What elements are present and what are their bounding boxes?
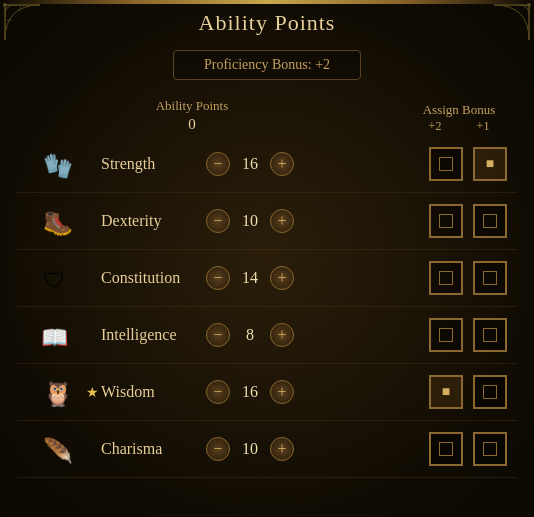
ability-row-dexterity: 🥾 Dexterity − 10 +: [17, 193, 517, 250]
wisdom-plus-button[interactable]: +: [270, 380, 294, 404]
wisdom-value: 16: [236, 383, 264, 401]
intelligence-value: 8: [236, 326, 264, 344]
intelligence-minus-button[interactable]: −: [206, 323, 230, 347]
svg-text:🥾: 🥾: [43, 208, 73, 237]
wisdom-minus-button[interactable]: −: [206, 380, 230, 404]
dexterity-value: 10: [236, 212, 264, 230]
ability-row-wisdom: 🦉 ★ Wisdom − 16 +: [17, 364, 517, 421]
svg-text:🛡: 🛡: [43, 268, 65, 293]
proficiency-bonus: Proficiency Bonus: +2: [173, 50, 361, 80]
intelligence-bonus-plus1-checkbox[interactable]: [473, 318, 507, 352]
strength-name: Strength: [101, 155, 206, 173]
svg-point-0: [3, 3, 7, 7]
charisma-icon: 🪶: [31, 426, 83, 472]
strength-value: 16: [236, 155, 264, 173]
strength-plus-button[interactable]: +: [270, 152, 294, 176]
ability-row-intelligence: 📖 Intelligence − 8 +: [17, 307, 517, 364]
ability-row-constitution: 🛡 Constitution − 14 +: [17, 250, 517, 307]
ability-row-charisma: 🪶 Charisma − 10 +: [17, 421, 517, 478]
wisdom-name: Wisdom: [101, 383, 206, 401]
strength-minus-button[interactable]: −: [206, 152, 230, 176]
strength-icon: 🧤: [31, 141, 83, 187]
dexterity-name: Dexterity: [101, 212, 206, 230]
charisma-bonus-plus1-checkbox[interactable]: [473, 432, 507, 466]
column-headers: Ability Points 0 Assign Bonus +2 +1: [22, 98, 512, 134]
charisma-value: 10: [236, 440, 264, 458]
wisdom-star: ★: [83, 384, 101, 401]
svg-text:📖: 📖: [41, 324, 69, 351]
intelligence-icon: 📖: [31, 312, 83, 358]
constitution-name: Constitution: [101, 269, 206, 287]
intelligence-bonus-cells: [429, 318, 507, 352]
charisma-minus-button[interactable]: −: [206, 437, 230, 461]
strength-bonus-plus2-checkbox[interactable]: [429, 147, 463, 181]
strength-controls: − 16 +: [206, 152, 306, 176]
wisdom-bonus-plus1-checkbox[interactable]: [473, 375, 507, 409]
ability-row-strength: 🧤 Strength − 16 +: [17, 136, 517, 193]
wisdom-bonus-plus2-checkbox[interactable]: [429, 375, 463, 409]
constitution-controls: − 14 +: [206, 266, 306, 290]
constitution-minus-button[interactable]: −: [206, 266, 230, 290]
constitution-icon: 🛡: [31, 255, 83, 301]
svg-text:🧤: 🧤: [43, 151, 73, 180]
wisdom-controls: − 16 +: [206, 380, 306, 404]
intelligence-plus-button[interactable]: +: [270, 323, 294, 347]
charisma-name: Charisma: [101, 440, 206, 458]
wisdom-icon: 🦉: [31, 369, 83, 415]
charisma-controls: − 10 +: [206, 437, 306, 461]
dexterity-bonus-plus2-checkbox[interactable]: [429, 204, 463, 238]
intelligence-controls: − 8 +: [206, 323, 306, 347]
charisma-bonus-cells: [429, 432, 507, 466]
constitution-bonus-cells: [429, 261, 507, 295]
ability-points-header: Ability Points 0: [122, 98, 262, 134]
dexterity-controls: − 10 +: [206, 209, 306, 233]
strength-bonus-plus1-checkbox[interactable]: [473, 147, 507, 181]
intelligence-bonus-plus2-checkbox[interactable]: [429, 318, 463, 352]
constitution-plus-button[interactable]: +: [270, 266, 294, 290]
constitution-value: 14: [236, 269, 264, 287]
dexterity-bonus-plus1-checkbox[interactable]: [473, 204, 507, 238]
charisma-bonus-plus2-checkbox[interactable]: [429, 432, 463, 466]
dexterity-icon: 🥾: [31, 198, 83, 244]
intelligence-name: Intelligence: [101, 326, 206, 344]
charisma-plus-button[interactable]: +: [270, 437, 294, 461]
strength-bonus-cells: [429, 147, 507, 181]
constitution-bonus-plus1-checkbox[interactable]: [473, 261, 507, 295]
constitution-bonus-plus2-checkbox[interactable]: [429, 261, 463, 295]
page-title: Ability Points: [199, 10, 336, 36]
dexterity-minus-button[interactable]: −: [206, 209, 230, 233]
assign-bonus-header: Assign Bonus +2 +1: [416, 102, 502, 134]
dexterity-plus-button[interactable]: +: [270, 209, 294, 233]
wisdom-bonus-cells: [429, 375, 507, 409]
svg-text:🦉: 🦉: [43, 379, 73, 408]
ability-rows: 🧤 Strength − 16 + 🥾 Dexterity − 10 +: [17, 136, 517, 478]
svg-point-1: [527, 3, 531, 7]
dexterity-bonus-cells: [429, 204, 507, 238]
svg-text:🪶: 🪶: [43, 436, 73, 465]
